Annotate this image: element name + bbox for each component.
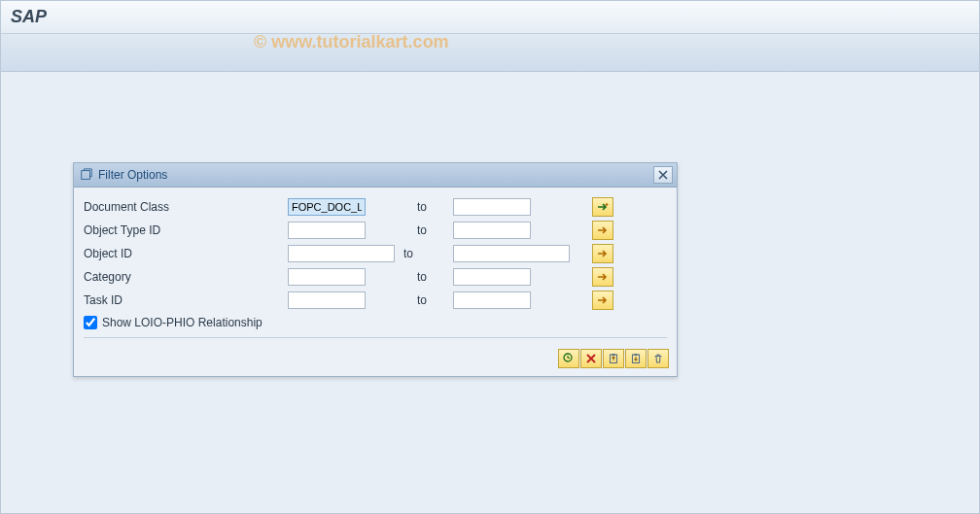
document-class-range-button[interactable] <box>592 197 613 217</box>
object-id-from-input[interactable] <box>288 245 395 262</box>
object-type-id-from-input[interactable] <box>288 222 366 239</box>
checkbox-label: Show LOIO-PHIO Relationship <box>102 316 262 329</box>
svg-rect-3 <box>612 354 615 356</box>
execute-button[interactable] <box>558 349 579 368</box>
task-id-range-button[interactable] <box>592 291 613 310</box>
app-toolbar-strip <box>1 34 979 72</box>
arrow-right-plus-icon <box>597 201 609 213</box>
dialog-body: Document Class to Object Type ID to Obje… <box>74 188 677 349</box>
category-from-input[interactable] <box>288 268 366 286</box>
field-label: Object ID <box>84 247 288 260</box>
dialog-title-icon <box>80 168 93 182</box>
dialog-title: Filter Options <box>98 168 653 182</box>
show-loio-phio-checkbox[interactable] <box>84 316 97 329</box>
to-label: to <box>400 200 453 214</box>
field-row-document-class: Document Class to <box>84 195 667 219</box>
document-class-from-input[interactable] <box>288 198 366 216</box>
clock-check-icon <box>563 353 575 364</box>
field-label: Document Class <box>84 200 288 214</box>
cancel-button[interactable] <box>580 349 602 368</box>
to-label: to <box>400 293 453 307</box>
category-range-button[interactable] <box>592 267 613 287</box>
field-row-task-id: Task ID to <box>84 289 667 312</box>
category-to-input[interactable] <box>453 268 531 286</box>
clipboard-up-icon <box>608 353 619 364</box>
svg-rect-5 <box>635 354 638 356</box>
object-id-to-input[interactable] <box>453 245 570 262</box>
field-label: Category <box>84 270 288 284</box>
to-label: to <box>400 270 453 284</box>
app-title: SAP <box>11 7 47 26</box>
dialog-titlebar: Filter Options <box>74 163 677 188</box>
object-type-id-to-input[interactable] <box>453 222 531 239</box>
task-id-to-input[interactable] <box>453 291 531 309</box>
dialog-footer <box>74 349 677 376</box>
object-type-id-range-button[interactable] <box>592 221 613 240</box>
dialog-close-button[interactable] <box>653 166 673 184</box>
svg-rect-0 <box>82 171 90 180</box>
object-id-range-button[interactable] <box>592 244 613 263</box>
delete-button[interactable] <box>648 349 669 368</box>
arrow-right-icon <box>597 294 609 306</box>
field-label: Object Type ID <box>84 223 288 237</box>
dialog-separator <box>84 337 667 338</box>
close-icon <box>658 170 668 180</box>
clipboard-out-button[interactable] <box>603 349 624 368</box>
filter-options-dialog: Filter Options Document Class to Object … <box>73 162 678 377</box>
clipboard-in-button[interactable] <box>625 349 647 368</box>
document-class-to-input[interactable] <box>453 198 531 216</box>
cancel-icon <box>585 353 597 364</box>
field-row-object-id: Object ID to <box>84 242 667 265</box>
trash-icon <box>652 353 664 364</box>
arrow-right-icon <box>597 224 609 236</box>
clipboard-down-icon <box>630 353 642 364</box>
app-title-bar: SAP <box>1 1 979 34</box>
field-label: Task ID <box>84 293 288 307</box>
field-row-category: Category to <box>84 265 667 289</box>
to-label: to <box>400 247 453 260</box>
arrow-right-icon <box>597 271 609 283</box>
field-row-object-type-id: Object Type ID to <box>84 219 667 242</box>
to-label: to <box>400 223 453 237</box>
task-id-from-input[interactable] <box>288 291 366 309</box>
arrow-right-icon <box>597 248 609 259</box>
checkbox-row: Show LOIO-PHIO Relationship <box>84 316 667 329</box>
